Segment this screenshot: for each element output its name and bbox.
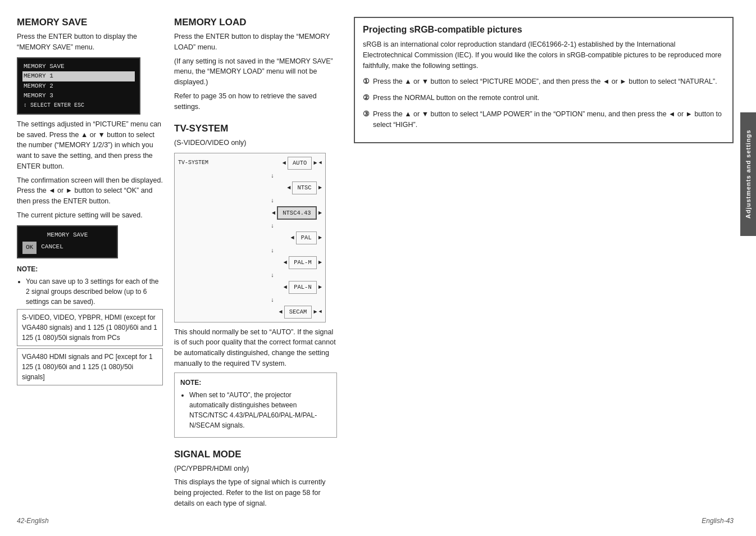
info-box-1: S-VIDEO, VIDEO, YPBPR, HDMI (except for … [17,309,163,346]
tv-note-body: When set to “AUTO”, the projector automa… [180,390,331,430]
page-footer: 42-English English-43 [17,517,734,525]
footer-right: English-43 [702,517,734,525]
side-tab: Adjustments and settings [740,112,756,236]
confirm-title: MEMORY SAVE [22,230,112,241]
left-arrow-pal: ◄ [290,233,294,243]
left-column: MEMORY SAVE Press the ENTER button to di… [17,17,174,519]
memory-save-heading: MEMORY SAVE [17,17,163,28]
arrow-down-3: ↓ [223,221,322,231]
step-2-num: ② [363,93,370,103]
left-arrow-auto: ◄ [283,158,286,169]
arrow-down-2: ↓ [223,196,322,206]
tv-system-diagram: TV-SYSTEM ◄ AUTO ► ◄ ↓ ◄ NTSC ► [174,153,326,322]
tv-system-para1: This should normally be set to “AUTO”. I… [174,327,337,369]
memory-load-para3: Refer to page 35 on how to retrieve the … [174,91,337,112]
signal-mode-section: SIGNAL MODE (PC/YPBPR/HDMI only) This di… [174,449,337,509]
memory-load-para2: (If any setting is not saved in the “MEM… [174,56,337,88]
info-box-2: VGA480 HDMI signals and PC [except for 1… [17,348,163,385]
screen-row3: MEMORY 3 [22,91,135,101]
srgb-step-1: ① Press the ▲ or ▼ button to select “PIC… [363,76,725,87]
srgb-step-2: ② Press the NORMAL button on the remote … [363,93,725,103]
arrow-down-1: ↓ [223,171,322,181]
tv-system-diag-label: TV-SYSTEM [178,158,208,168]
step-3-num: ③ [363,109,370,130]
page-container: Adjustments and settings MEMORY SAVE Pre… [0,0,756,536]
right-arrow-pal: ► [318,233,322,243]
memory-save-para4: The current picture setting will be save… [17,210,163,221]
arrow-down-6: ↓ [223,295,322,306]
memory-save-para2: The settings adjusted in “PICTURE” menu … [17,119,163,172]
tv-system-subheading: (S-VIDEO/VIDEO only) [174,138,337,148]
left-arrow-ntsc4: ◄ [272,208,275,219]
srgb-box: Projecting sRGB-compatible pictures sRGB… [354,17,734,143]
confirm-cancel: CANCEL [41,242,63,254]
auto-label: AUTO [288,157,312,170]
srgb-step-3: ③ Press the ▲ or ▼ button to select “LAM… [363,109,725,130]
pal-label: PAL [296,231,317,244]
right-arrow-ntsc: ► [318,183,322,193]
confirm-screen: MEMORY SAVE OK CANCEL [17,225,118,259]
step-1-text: Press the ▲ or ▼ button to select “PICTU… [373,76,717,87]
main-content: MEMORY SAVE Press the ENTER button to di… [17,17,756,519]
footer-left: 42-English [17,517,49,525]
left-arrow-secam: ◄ [279,307,282,317]
mid-column: MEMORY LOAD Press the ENTER button to di… [174,17,348,519]
right-arrow-auto: ► [313,158,317,169]
confirm-ok-row: OK CANCEL [22,242,112,254]
memory-save-note: NOTE: You can save up to 3 settings for … [17,264,163,385]
end-mark-secam: ◄ [319,307,322,316]
tv-system-note: NOTE: When set to “AUTO”, the projector … [174,373,337,438]
signal-mode-para1: This displays the type of signal which i… [174,477,337,508]
tv-note-bullet: When set to “AUTO”, the projector automa… [189,390,331,430]
ntsc4-label: NTSC4.43 [277,206,316,220]
memory-save-para3: The confirmation screen will then be dis… [17,175,163,207]
arrow-down-5: ↓ [223,270,322,281]
signal-mode-heading: SIGNAL MODE [174,449,337,460]
screen-title: MEMORY SAVE [22,62,135,72]
arrow-down-4: ↓ [223,246,322,256]
srgb-para1: sRGB is an international color reproduct… [363,39,725,71]
note-body: You can save up to 3 settings for each o… [17,276,163,307]
confirm-ok: OK [22,242,37,254]
left-arrow-paln: ◄ [284,282,287,293]
step-1-num: ① [363,76,370,87]
screen-bottom: ↕ SELECT ENTER ESC [22,101,135,110]
secam-label: SECAM [284,306,312,319]
screen-row1: MEMORY 1 [22,71,135,81]
left-arrow-palm: ◄ [284,257,287,268]
right-arrow-paln: ► [318,282,322,293]
paln-label: PAL-N [289,281,317,294]
right-column: Projecting sRGB-compatible pictures sRGB… [348,17,734,519]
tv-note-title: NOTE: [180,378,331,388]
right-arrow-secam: ► [313,307,317,317]
note-bullet: You can save up to 3 settings for each o… [26,276,163,307]
step-3-text: Press the ▲ or ▼ button to select “LAMP … [373,109,725,130]
signal-mode-subheading: (PC/YPBPR/HDMI only) [174,464,337,474]
ntsc-label: NTSC [292,181,316,194]
memory-save-screen: MEMORY SAVE MEMORY 1 MEMORY 2 MEMORY 3 ↕… [17,57,140,115]
srgb-steps: ① Press the ▲ or ▼ button to select “PIC… [363,76,725,130]
tv-system-heading: TV-SYSTEM [174,123,337,134]
memory-save-para1: Press the ENTER button to display the “M… [17,31,163,53]
palm-label: PAL-M [289,256,317,269]
note-title: NOTE: [17,264,163,274]
screen-row2: MEMORY 2 [22,81,135,92]
end-mark-auto: ◄ [319,158,322,167]
srgb-heading: Projecting sRGB-compatible pictures [363,25,725,35]
step-2-text: Press the NORMAL button on the remote co… [373,93,539,103]
memory-load-para1: Press the ENTER button to display the “M… [174,31,337,53]
left-arrow-ntsc: ◄ [287,183,290,193]
right-arrow-palm: ► [318,257,322,268]
right-arrow-ntsc4: ► [318,208,322,219]
tv-system-section: TV-SYSTEM (S-VIDEO/VIDEO only) TV-SYSTEM… [174,123,337,437]
memory-load-heading: MEMORY LOAD [174,17,337,28]
